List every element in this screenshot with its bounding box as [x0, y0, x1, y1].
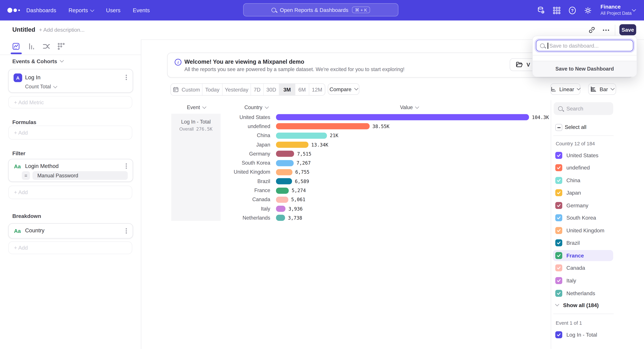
apps-grid-icon[interactable] [552, 5, 562, 15]
add-formula-button[interactable]: + Add [8, 126, 132, 139]
country-checkbox[interactable] [555, 202, 562, 209]
country-checkbox[interactable] [555, 177, 562, 184]
country-legend-item-germany[interactable]: Germany [553, 200, 613, 211]
report-title[interactable]: Untitled [12, 26, 35, 33]
settings-gear-icon[interactable] [583, 5, 593, 15]
country-checkbox[interactable] [555, 277, 562, 284]
date-range-3m[interactable]: 3M [279, 84, 295, 95]
country-checkbox[interactable] [555, 265, 562, 272]
country-legend-item-brazil[interactable]: Brazil [553, 237, 613, 248]
tab-flows-icon[interactable] [42, 41, 51, 51]
date-range-6m[interactable]: 6M [295, 84, 309, 95]
metric-aggregation[interactable]: Count Total [25, 84, 57, 89]
tab-bar-report-icon[interactable] [26, 41, 36, 51]
country-legend-item-italy[interactable]: Italy [553, 275, 613, 286]
breakdown-property-name[interactable]: Country [25, 228, 44, 234]
bar-italy[interactable] [276, 206, 286, 212]
copy-link-icon[interactable] [586, 25, 597, 35]
country-legend-item-china[interactable]: China [553, 175, 613, 186]
global-search-button[interactable]: Open Reports & Dashboards ⌘ + K [243, 3, 398, 16]
country-legend-item-united-states[interactable]: United States [553, 150, 613, 161]
bar-south-korea[interactable] [276, 160, 294, 166]
bar-china[interactable] [276, 132, 327, 139]
breakdown-card[interactable]: Aa Country [8, 223, 133, 239]
project-chevron-down-icon[interactable] [632, 7, 636, 11]
country-checkbox[interactable] [555, 152, 562, 159]
chart-type-button[interactable]: Bar [588, 83, 616, 95]
column-header-country[interactable]: Country [244, 105, 268, 110]
save-to-new-dashboard-button[interactable]: Save to New Dashboard [533, 61, 636, 77]
country-checkbox[interactable] [555, 240, 562, 247]
bar-japan[interactable] [276, 142, 308, 148]
bar-germany[interactable] [276, 151, 294, 157]
metric-card[interactable]: A Log In Count Total [8, 69, 133, 93]
bar-undefined[interactable] [276, 123, 370, 130]
bar-brazil[interactable] [276, 178, 292, 184]
select-all-label[interactable]: Select all [565, 124, 586, 130]
country-legend-item-canada[interactable]: Canada [553, 263, 613, 274]
country-checkbox[interactable] [555, 227, 562, 234]
filter-card[interactable]: Aa Login Method = Manual Password [8, 159, 133, 182]
project-switcher[interactable]: Finance All Project Data [600, 4, 632, 16]
add-breakdown-button[interactable]: + Add [8, 241, 132, 254]
legend-search-input[interactable]: Search [554, 102, 613, 115]
breakdown-kebab-icon[interactable] [126, 228, 127, 234]
column-header-event[interactable]: Event [187, 105, 206, 110]
country-legend-item-japan[interactable]: Japan [553, 187, 613, 198]
bar-united-kingdom[interactable] [276, 169, 292, 175]
metric-kebab-icon[interactable] [126, 75, 127, 80]
show-all-toggle[interactable]: Show all (184) [556, 302, 598, 308]
event-legend-item[interactable]: Log In - Total [555, 331, 597, 338]
filter-property-name[interactable]: Login Method [25, 163, 58, 169]
date-range-today[interactable]: Today [202, 84, 222, 95]
save-button[interactable]: Save [619, 24, 636, 35]
nav-item-reports[interactable]: Reports [68, 7, 94, 13]
country-legend-item-united-kingdom[interactable]: United Kingdom [553, 225, 613, 236]
filter-value[interactable]: Manual Password [32, 171, 128, 180]
bar-france[interactable] [276, 187, 289, 194]
data-management-icon[interactable] [536, 5, 546, 15]
date-range-custom[interactable]: Custom [171, 84, 202, 95]
help-icon[interactable]: ? [567, 5, 577, 15]
filter-kebab-icon[interactable] [126, 163, 127, 169]
country-legend-item-south-korea[interactable]: South Korea [553, 212, 613, 223]
tab-retention-icon[interactable] [56, 41, 66, 51]
chart-scale-button[interactable]: Linear [550, 83, 580, 95]
search-icon [540, 43, 544, 48]
date-range-30d[interactable]: 30D [264, 84, 279, 95]
bar-united-states[interactable] [276, 114, 529, 120]
date-range-12m[interactable]: 12M [309, 84, 325, 95]
country-legend-item-france[interactable]: France [553, 250, 613, 261]
bar-category-label: United States [224, 114, 270, 120]
add-description-field[interactable]: + Add description... [39, 27, 85, 33]
date-range-yesterday[interactable]: Yesterday [222, 84, 251, 95]
metric-event-name[interactable]: Log In [25, 74, 40, 80]
add-filter-button[interactable]: + Add [8, 186, 132, 199]
add-metric-button[interactable]: + Add Metric [8, 96, 132, 108]
bar-netherlands[interactable] [276, 215, 285, 221]
save-dashboard-search-input[interactable]: Save to dashboard... [536, 40, 633, 51]
nav-item-events[interactable]: Events [133, 7, 150, 13]
country-checkbox[interactable] [555, 252, 562, 259]
country-checkbox[interactable] [555, 290, 562, 297]
date-range-7d[interactable]: 7D [251, 84, 264, 95]
filter-operator[interactable]: = [22, 171, 30, 180]
column-header-value[interactable]: Value [400, 105, 418, 110]
event-checkbox[interactable] [555, 331, 562, 338]
bar-canada[interactable] [276, 197, 288, 203]
more-options-icon[interactable] [600, 25, 611, 35]
nav-item-dashboards[interactable]: Dashboards [26, 7, 56, 13]
country-checkbox[interactable] [555, 189, 562, 196]
country-checkbox[interactable] [555, 164, 562, 171]
event-summary-cell[interactable]: Log In - Total Overall 276.5K [171, 114, 220, 221]
country-legend-item-netherlands[interactable]: Netherlands [553, 288, 613, 299]
tab-insights-icon[interactable] [11, 41, 21, 51]
events-cohorts-header[interactable]: Events & Cohorts [12, 58, 63, 64]
country-legend-item-undefined[interactable]: undefined [553, 162, 613, 173]
select-all-checkbox[interactable] [555, 124, 562, 131]
mixpanel-logo-icon[interactable] [7, 7, 22, 13]
nav-item-users[interactable]: Users [106, 7, 120, 13]
bar-row: Germany7,515 [224, 149, 551, 159]
compare-button[interactable]: Compare [328, 83, 360, 95]
country-checkbox[interactable] [555, 214, 562, 221]
